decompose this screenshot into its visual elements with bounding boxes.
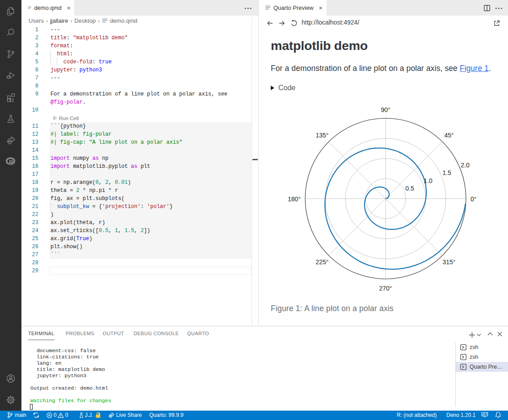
svg-text:45°: 45°	[444, 132, 453, 139]
svg-text:225°: 225°	[316, 258, 329, 266]
svg-text:180°: 180°	[288, 195, 301, 203]
svg-text:1.0: 1.0	[424, 177, 432, 184]
svg-text:270°: 270°	[379, 285, 392, 292]
svg-text:2.0: 2.0	[461, 162, 470, 169]
svg-text:1.5: 1.5	[442, 169, 451, 176]
svg-text:315°: 315°	[443, 258, 456, 266]
svg-text:R: R	[9, 159, 13, 166]
svg-text:0.5: 0.5	[405, 185, 414, 192]
svg-text:0°: 0°	[470, 195, 476, 203]
svg-text:135°: 135°	[316, 132, 329, 139]
svg-text:90°: 90°	[381, 106, 390, 113]
